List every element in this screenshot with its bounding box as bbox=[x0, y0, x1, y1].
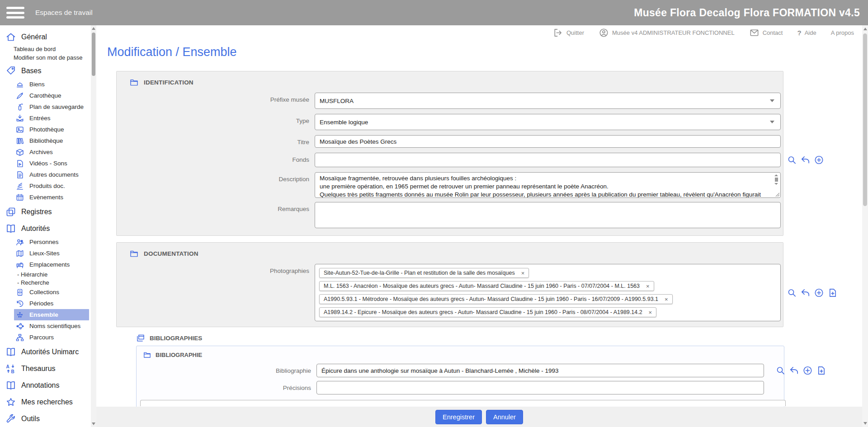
workspaces-link[interactable]: Espaces de travail bbox=[35, 9, 93, 17]
photo-chip[interactable]: Site-Autun-52-Tue-de-la-Grille - Plan et… bbox=[319, 268, 529, 278]
sidebar-item-periodes[interactable]: Périodes bbox=[0, 298, 91, 309]
sidebar-item-bases[interactable]: Bases bbox=[0, 63, 91, 79]
video-file-icon bbox=[15, 159, 24, 168]
sidebar-item-tableau-de-bord[interactable]: Tableau de bord bbox=[0, 45, 91, 53]
scroll-up-icon[interactable] bbox=[92, 27, 95, 30]
fonds-input[interactable] bbox=[315, 153, 781, 167]
cancel-button[interactable]: Annuler bbox=[486, 410, 523, 424]
remove-photo-icon[interactable]: × bbox=[664, 296, 669, 302]
remove-photo-icon[interactable]: × bbox=[520, 270, 526, 276]
photo-chip[interactable]: M.L. 1563 - Anacréon - Mosaïque des aute… bbox=[319, 281, 654, 291]
add-icon[interactable] bbox=[802, 366, 813, 376]
undo-icon[interactable] bbox=[789, 366, 799, 376]
add-icon[interactable] bbox=[814, 155, 824, 165]
sidebar-item-autorites-unimarc[interactable]: Autorités Unimarc bbox=[0, 344, 91, 360]
sidebar-item-label: Autres documents bbox=[29, 171, 79, 178]
photo-chip[interactable]: A1990.5.93.1 - Métrodore - Mosaïque des … bbox=[319, 294, 673, 304]
scroll-down-icon[interactable] bbox=[863, 422, 867, 425]
identification-section: IDENTIFICATION Préfixe musée Type Titre … bbox=[116, 71, 783, 236]
save-button[interactable]: Enregistrer bbox=[435, 410, 482, 424]
main-scroll-thumb[interactable] bbox=[863, 33, 867, 206]
sidebar-scrollbar[interactable] bbox=[91, 25, 96, 427]
contact-link[interactable]: Contact bbox=[749, 28, 783, 38]
photographies-field[interactable]: Site-Autun-52-Tue-de-la-Grille - Plan et… bbox=[315, 264, 781, 321]
sidebar-item-entrees[interactable]: Entrées bbox=[0, 113, 91, 124]
sidebar-item-bibliotheque[interactable]: Bibliothèque bbox=[0, 135, 91, 146]
scroll-up-icon[interactable] bbox=[863, 28, 867, 30]
sidebar-item-autres-documents[interactable]: Autres documents bbox=[0, 169, 91, 180]
sidebar-item-label: Lieux-Sites bbox=[29, 250, 60, 257]
chevron-down-icon[interactable] bbox=[770, 99, 774, 102]
search-icon[interactable] bbox=[787, 155, 797, 165]
add-document-icon[interactable] bbox=[816, 366, 826, 376]
bibliographie-actions bbox=[775, 366, 826, 376]
add-document-icon[interactable] bbox=[827, 287, 838, 298]
sidebar-item-biens[interactable]: Biens bbox=[0, 79, 91, 90]
chevron-down-icon[interactable] bbox=[770, 121, 774, 123]
sidebar-item-archives[interactable]: Archives bbox=[0, 146, 91, 158]
sidebar-item-autorites[interactable]: Autorités bbox=[0, 221, 91, 236]
sidebar-item-phototheque[interactable]: Photothèque bbox=[0, 124, 91, 135]
search-icon[interactable] bbox=[787, 287, 797, 298]
sidebar-item-recherche[interactable]: - Recherche bbox=[0, 278, 91, 286]
sidebar-item-hierarchie[interactable]: - Hiérarchie bbox=[0, 270, 91, 278]
sidebar-item-label: - Hiérarchie bbox=[17, 271, 47, 278]
sidebar-item-videos-sons[interactable]: Vidéos - Sons bbox=[0, 158, 91, 169]
photo-chip[interactable]: A1989.14.2 - Epicure - Mosaïque des aute… bbox=[319, 307, 656, 317]
scroll-thumb[interactable] bbox=[775, 178, 778, 182]
remarques-textarea[interactable] bbox=[315, 202, 781, 228]
sidebar-item-emplacements[interactable]: Emplacements bbox=[0, 259, 91, 270]
remarques-row: Remarques bbox=[117, 202, 782, 228]
prefixe-select[interactable] bbox=[315, 93, 781, 109]
quit-link[interactable]: Quitter bbox=[553, 28, 584, 38]
sidebar-item-mes-recherches[interactable]: Mes recherches bbox=[0, 394, 91, 410]
sidebar-item-plan-de-sauvegarde[interactable]: Plan de sauvegarde bbox=[0, 101, 91, 113]
help-icon: ? bbox=[797, 29, 801, 37]
top-bar: Espaces de travail Musée Flora Decalog F… bbox=[0, 0, 868, 25]
sidebar-item-thesaurus[interactable]: ABThesaurus bbox=[0, 361, 91, 376]
menu-icon[interactable] bbox=[6, 7, 24, 19]
sidebar-item-lieux-sites[interactable]: Lieux-Sites bbox=[0, 248, 91, 259]
sidebar-item-annotations[interactable]: Annotations bbox=[0, 378, 91, 393]
add-icon[interactable] bbox=[814, 287, 824, 298]
scroll-up-icon[interactable] bbox=[774, 174, 778, 176]
undo-icon[interactable] bbox=[800, 155, 811, 165]
sidebar-item-label: Outils bbox=[21, 415, 40, 423]
type-select[interactable] bbox=[315, 114, 781, 130]
about-link[interactable]: A propos bbox=[831, 29, 854, 36]
sidebar-item-noms-scientifiques[interactable]: Noms scientifiques bbox=[0, 320, 91, 332]
search-icon[interactable] bbox=[775, 366, 786, 376]
undo-icon[interactable] bbox=[800, 287, 811, 298]
sidebar-scroll-thumb[interactable] bbox=[92, 33, 95, 76]
sidebar-item-evenements[interactable]: Evènements bbox=[0, 192, 91, 203]
sidebar-item-registres[interactable]: Registres bbox=[0, 204, 91, 220]
description-textarea[interactable]: Mosaïque fragmentée, retrouvée dans plus… bbox=[315, 172, 781, 198]
open-book-icon bbox=[5, 223, 16, 234]
precisions-input[interactable] bbox=[316, 381, 764, 394]
help-link[interactable]: ? Aide bbox=[797, 29, 816, 37]
copies-icon bbox=[5, 206, 16, 217]
main-scrollbar[interactable] bbox=[862, 25, 868, 427]
fonds-actions bbox=[787, 155, 824, 165]
photographies-row: Photographies Site-Autun-52-Tue-de-la-Gr… bbox=[117, 264, 782, 321]
sidebar-item-modifier-son-mot-de-passe[interactable]: Modifier son mot de passe bbox=[0, 53, 91, 62]
remove-photo-icon[interactable]: × bbox=[645, 283, 651, 289]
titre-input[interactable] bbox=[315, 135, 781, 148]
sidebar-item-personnes[interactable]: Personnes bbox=[0, 236, 91, 248]
bibliographie-input[interactable] bbox=[316, 364, 764, 377]
sidebar-item-produits-doc[interactable]: Produits doc. bbox=[0, 180, 91, 192]
sidebar-item-outils[interactable]: Outils bbox=[0, 411, 91, 427]
sidebar-item-general[interactable]: Général bbox=[0, 29, 91, 45]
sidebar-item-label: Evènements bbox=[29, 194, 63, 201]
scroll-down-icon[interactable] bbox=[774, 183, 778, 185]
sidebar-item-parcours[interactable]: Parcours bbox=[0, 332, 91, 343]
sidebar-item-ensemble[interactable]: Ensemble bbox=[14, 309, 89, 320]
remove-photo-icon[interactable]: × bbox=[648, 310, 653, 315]
sidebar-item-carotheque[interactable]: Carothèque bbox=[0, 90, 91, 101]
scroll-down-icon[interactable] bbox=[92, 422, 95, 425]
resize-handle-icon[interactable] bbox=[775, 192, 780, 197]
user-label: Musée v4 ADMINISTRATEUR FONCTIONNEL bbox=[612, 29, 735, 36]
logout-icon bbox=[553, 28, 563, 38]
sidebar-item-collections[interactable]: Collections bbox=[0, 286, 91, 298]
user-menu[interactable]: Musée v4 ADMINISTRATEUR FONCTIONNEL bbox=[599, 28, 735, 38]
